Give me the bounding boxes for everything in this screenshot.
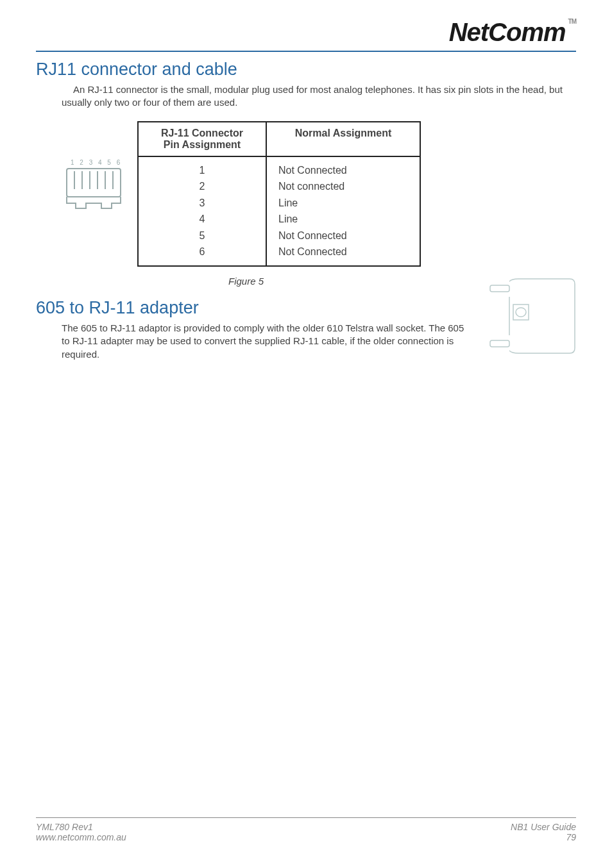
assign-value: Not Connected <box>278 228 408 244</box>
rj11-paragraph: An RJ-11 connector is the small, modular… <box>62 83 570 110</box>
svg-point-11 <box>516 308 526 317</box>
assign-value: Line <box>278 195 408 212</box>
rj11-pin-numbers: 1 2 3 4 5 6 <box>71 159 122 166</box>
header-logo-row: NetCommTM <box>36 18 576 47</box>
pin-cell: 1 2 3 4 5 6 <box>138 156 266 267</box>
footer-doc-rev: YML780 Rev1 <box>36 822 126 832</box>
section-heading-605: 605 to RJ-11 adapter <box>36 298 477 318</box>
svg-rect-7 <box>490 285 509 292</box>
footer-doc-title: NB1 User Guide <box>511 822 576 832</box>
pin-value: 6 <box>150 244 254 260</box>
605-paragraph: The 605 to RJ-11 adaptor is provided to … <box>62 322 471 361</box>
svg-rect-8 <box>490 340 509 347</box>
footer-left: YML780 Rev1 www.netcomm.com.au <box>36 822 126 842</box>
table-header-pin: RJ-11 Connector Pin Assignment <box>138 122 266 156</box>
footer-divider <box>36 817 576 818</box>
page-footer: YML780 Rev1 www.netcomm.com.au NB1 User … <box>36 817 576 842</box>
pin-value: 4 <box>150 211 254 228</box>
assign-value: Line <box>278 211 408 228</box>
assign-value: Not Connected <box>278 162 408 179</box>
assign-value: Not connected <box>278 178 408 195</box>
brand-logo: NetCommTM <box>449 18 576 47</box>
assign-cell: Not Connected Not connected Line Line No… <box>266 156 420 267</box>
pin-assignment-table: RJ-11 Connector Pin Assignment Normal As… <box>137 121 421 267</box>
pin-value: 5 <box>150 228 254 244</box>
footer-url: www.netcomm.com.au <box>36 832 126 842</box>
table-header-row: RJ-11 Connector Pin Assignment Normal As… <box>138 122 420 156</box>
header-divider <box>36 51 576 52</box>
table-header-assign: Normal Assignment <box>266 122 420 156</box>
table-body-row: 1 2 3 4 5 6 Not Connected Not connected … <box>138 156 420 267</box>
rj11-connector-diagram: 1 2 3 4 5 6 <box>62 157 126 217</box>
assign-value: Not Connected <box>278 244 408 260</box>
rj11-figure-row: 1 2 3 4 5 6 RJ-11 Connector Pin Assignme… <box>62 121 576 267</box>
trademark-symbol: TM <box>568 18 576 25</box>
section-605-row: 605 to RJ-11 adapter The 605 to RJ-11 ad… <box>36 290 576 361</box>
footer-right: NB1 User Guide 79 <box>511 822 576 842</box>
footer-page-number: 79 <box>511 832 576 842</box>
brand-logo-text: NetComm <box>449 18 566 46</box>
table-header-pin-l2: Pin Assignment <box>150 139 254 151</box>
pin-value: 3 <box>150 195 254 212</box>
pin-value: 2 <box>150 178 254 195</box>
section-heading-rj11: RJ11 connector and cable <box>36 60 576 79</box>
pin-value: 1 <box>150 162 254 179</box>
605-adapter-diagram <box>486 278 576 357</box>
table-header-pin-l1: RJ-11 Connector <box>150 128 254 139</box>
